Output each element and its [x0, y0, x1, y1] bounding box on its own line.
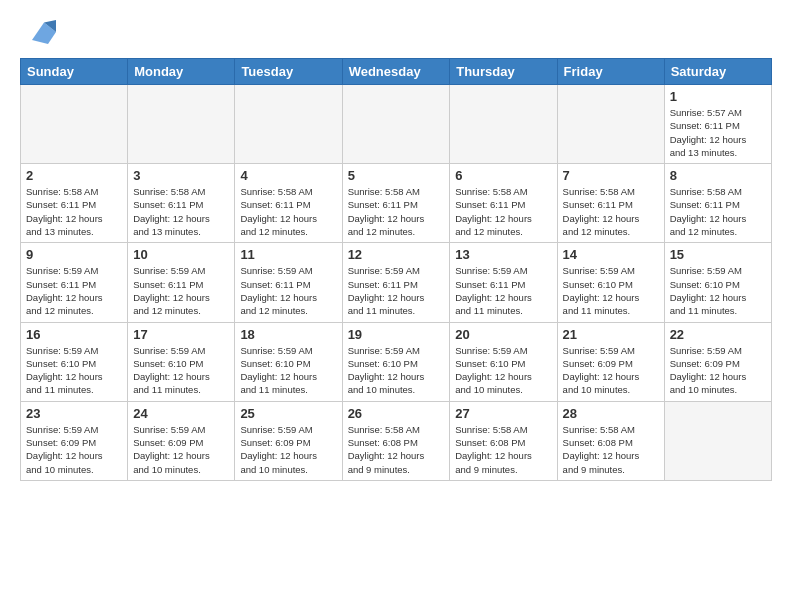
- day-info: Sunrise: 5:59 AM Sunset: 6:10 PM Dayligh…: [348, 344, 445, 397]
- day-number: 26: [348, 406, 445, 421]
- calendar-cell: 26Sunrise: 5:58 AM Sunset: 6:08 PM Dayli…: [342, 401, 450, 480]
- day-info: Sunrise: 5:59 AM Sunset: 6:09 PM Dayligh…: [133, 423, 229, 476]
- calendar-cell: 20Sunrise: 5:59 AM Sunset: 6:10 PM Dayli…: [450, 322, 557, 401]
- calendar-cell: [128, 85, 235, 164]
- day-number: 28: [563, 406, 659, 421]
- day-number: 8: [670, 168, 766, 183]
- day-info: Sunrise: 5:59 AM Sunset: 6:11 PM Dayligh…: [348, 264, 445, 317]
- day-info: Sunrise: 5:59 AM Sunset: 6:10 PM Dayligh…: [455, 344, 551, 397]
- day-info: Sunrise: 5:59 AM Sunset: 6:09 PM Dayligh…: [670, 344, 766, 397]
- calendar-cell: [664, 401, 771, 480]
- calendar-week-2: 9Sunrise: 5:59 AM Sunset: 6:11 PM Daylig…: [21, 243, 772, 322]
- day-number: 4: [240, 168, 336, 183]
- calendar-header-thursday: Thursday: [450, 59, 557, 85]
- day-info: Sunrise: 5:59 AM Sunset: 6:09 PM Dayligh…: [26, 423, 122, 476]
- day-number: 10: [133, 247, 229, 262]
- calendar: SundayMondayTuesdayWednesdayThursdayFrid…: [20, 58, 772, 481]
- calendar-cell: 6Sunrise: 5:58 AM Sunset: 6:11 PM Daylig…: [450, 164, 557, 243]
- day-number: 22: [670, 327, 766, 342]
- calendar-cell: 13Sunrise: 5:59 AM Sunset: 6:11 PM Dayli…: [450, 243, 557, 322]
- day-info: Sunrise: 5:57 AM Sunset: 6:11 PM Dayligh…: [670, 106, 766, 159]
- day-number: 12: [348, 247, 445, 262]
- calendar-cell: [235, 85, 342, 164]
- calendar-cell: 22Sunrise: 5:59 AM Sunset: 6:09 PM Dayli…: [664, 322, 771, 401]
- calendar-cell: 14Sunrise: 5:59 AM Sunset: 6:10 PM Dayli…: [557, 243, 664, 322]
- calendar-cell: 10Sunrise: 5:59 AM Sunset: 6:11 PM Dayli…: [128, 243, 235, 322]
- day-info: Sunrise: 5:59 AM Sunset: 6:11 PM Dayligh…: [133, 264, 229, 317]
- day-number: 7: [563, 168, 659, 183]
- day-number: 17: [133, 327, 229, 342]
- day-number: 14: [563, 247, 659, 262]
- calendar-header-wednesday: Wednesday: [342, 59, 450, 85]
- header: [20, 16, 772, 48]
- calendar-cell: 12Sunrise: 5:59 AM Sunset: 6:11 PM Dayli…: [342, 243, 450, 322]
- day-info: Sunrise: 5:58 AM Sunset: 6:11 PM Dayligh…: [455, 185, 551, 238]
- calendar-header-monday: Monday: [128, 59, 235, 85]
- day-number: 27: [455, 406, 551, 421]
- calendar-cell: 24Sunrise: 5:59 AM Sunset: 6:09 PM Dayli…: [128, 401, 235, 480]
- day-info: Sunrise: 5:59 AM Sunset: 6:10 PM Dayligh…: [240, 344, 336, 397]
- calendar-header-saturday: Saturday: [664, 59, 771, 85]
- calendar-cell: 18Sunrise: 5:59 AM Sunset: 6:10 PM Dayli…: [235, 322, 342, 401]
- day-number: 3: [133, 168, 229, 183]
- day-number: 6: [455, 168, 551, 183]
- day-info: Sunrise: 5:58 AM Sunset: 6:11 PM Dayligh…: [240, 185, 336, 238]
- day-number: 13: [455, 247, 551, 262]
- calendar-cell: 27Sunrise: 5:58 AM Sunset: 6:08 PM Dayli…: [450, 401, 557, 480]
- day-number: 20: [455, 327, 551, 342]
- day-info: Sunrise: 5:59 AM Sunset: 6:11 PM Dayligh…: [240, 264, 336, 317]
- calendar-header-row: SundayMondayTuesdayWednesdayThursdayFrid…: [21, 59, 772, 85]
- day-number: 18: [240, 327, 336, 342]
- day-info: Sunrise: 5:58 AM Sunset: 6:08 PM Dayligh…: [563, 423, 659, 476]
- calendar-cell: 2Sunrise: 5:58 AM Sunset: 6:11 PM Daylig…: [21, 164, 128, 243]
- calendar-cell: 1Sunrise: 5:57 AM Sunset: 6:11 PM Daylig…: [664, 85, 771, 164]
- calendar-header-sunday: Sunday: [21, 59, 128, 85]
- logo-icon: [24, 16, 56, 48]
- calendar-cell: 19Sunrise: 5:59 AM Sunset: 6:10 PM Dayli…: [342, 322, 450, 401]
- day-info: Sunrise: 5:59 AM Sunset: 6:10 PM Dayligh…: [133, 344, 229, 397]
- day-info: Sunrise: 5:59 AM Sunset: 6:09 PM Dayligh…: [563, 344, 659, 397]
- calendar-cell: 5Sunrise: 5:58 AM Sunset: 6:11 PM Daylig…: [342, 164, 450, 243]
- day-info: Sunrise: 5:59 AM Sunset: 6:11 PM Dayligh…: [455, 264, 551, 317]
- day-info: Sunrise: 5:58 AM Sunset: 6:11 PM Dayligh…: [670, 185, 766, 238]
- calendar-cell: 9Sunrise: 5:59 AM Sunset: 6:11 PM Daylig…: [21, 243, 128, 322]
- calendar-cell: 17Sunrise: 5:59 AM Sunset: 6:10 PM Dayli…: [128, 322, 235, 401]
- calendar-cell: [342, 85, 450, 164]
- day-info: Sunrise: 5:59 AM Sunset: 6:10 PM Dayligh…: [26, 344, 122, 397]
- day-info: Sunrise: 5:58 AM Sunset: 6:11 PM Dayligh…: [348, 185, 445, 238]
- calendar-week-0: 1Sunrise: 5:57 AM Sunset: 6:11 PM Daylig…: [21, 85, 772, 164]
- calendar-cell: 4Sunrise: 5:58 AM Sunset: 6:11 PM Daylig…: [235, 164, 342, 243]
- day-number: 19: [348, 327, 445, 342]
- day-number: 2: [26, 168, 122, 183]
- calendar-cell: 11Sunrise: 5:59 AM Sunset: 6:11 PM Dayli…: [235, 243, 342, 322]
- day-number: 15: [670, 247, 766, 262]
- calendar-cell: 28Sunrise: 5:58 AM Sunset: 6:08 PM Dayli…: [557, 401, 664, 480]
- day-number: 1: [670, 89, 766, 104]
- calendar-cell: [450, 85, 557, 164]
- day-info: Sunrise: 5:58 AM Sunset: 6:08 PM Dayligh…: [455, 423, 551, 476]
- day-number: 21: [563, 327, 659, 342]
- day-number: 24: [133, 406, 229, 421]
- calendar-week-3: 16Sunrise: 5:59 AM Sunset: 6:10 PM Dayli…: [21, 322, 772, 401]
- day-number: 25: [240, 406, 336, 421]
- day-info: Sunrise: 5:58 AM Sunset: 6:11 PM Dayligh…: [133, 185, 229, 238]
- calendar-cell: 21Sunrise: 5:59 AM Sunset: 6:09 PM Dayli…: [557, 322, 664, 401]
- calendar-week-1: 2Sunrise: 5:58 AM Sunset: 6:11 PM Daylig…: [21, 164, 772, 243]
- day-info: Sunrise: 5:58 AM Sunset: 6:11 PM Dayligh…: [563, 185, 659, 238]
- calendar-cell: 25Sunrise: 5:59 AM Sunset: 6:09 PM Dayli…: [235, 401, 342, 480]
- day-number: 11: [240, 247, 336, 262]
- day-number: 16: [26, 327, 122, 342]
- calendar-week-4: 23Sunrise: 5:59 AM Sunset: 6:09 PM Dayli…: [21, 401, 772, 480]
- calendar-header-friday: Friday: [557, 59, 664, 85]
- calendar-cell: 7Sunrise: 5:58 AM Sunset: 6:11 PM Daylig…: [557, 164, 664, 243]
- day-number: 23: [26, 406, 122, 421]
- day-info: Sunrise: 5:59 AM Sunset: 6:11 PM Dayligh…: [26, 264, 122, 317]
- day-info: Sunrise: 5:59 AM Sunset: 6:09 PM Dayligh…: [240, 423, 336, 476]
- day-info: Sunrise: 5:59 AM Sunset: 6:10 PM Dayligh…: [563, 264, 659, 317]
- calendar-cell: [21, 85, 128, 164]
- logo: [20, 16, 56, 48]
- calendar-cell: 16Sunrise: 5:59 AM Sunset: 6:10 PM Dayli…: [21, 322, 128, 401]
- calendar-cell: 8Sunrise: 5:58 AM Sunset: 6:11 PM Daylig…: [664, 164, 771, 243]
- calendar-cell: 3Sunrise: 5:58 AM Sunset: 6:11 PM Daylig…: [128, 164, 235, 243]
- day-number: 5: [348, 168, 445, 183]
